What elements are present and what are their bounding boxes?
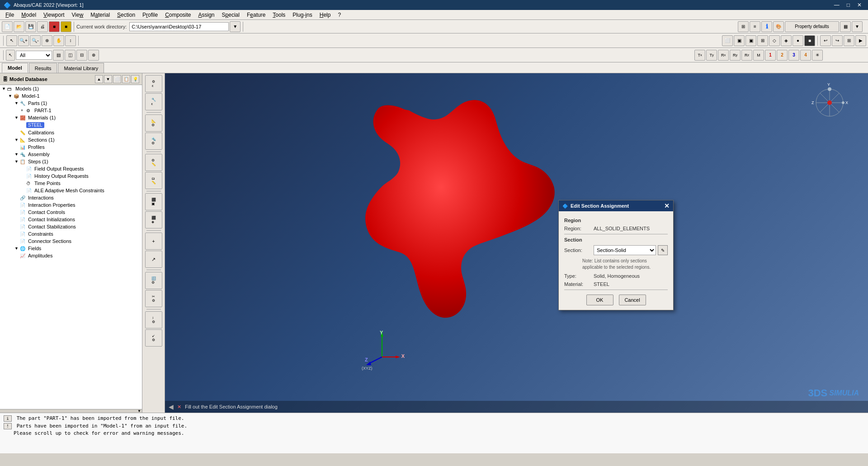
m-btn[interactable]: M bbox=[753, 50, 764, 61]
ltb-btn10[interactable]: ↗ bbox=[145, 251, 162, 268]
ltb-btn7[interactable]: ⬛▣ bbox=[145, 193, 162, 210]
tree-models[interactable]: ▼ 🗃 Models (1) bbox=[0, 85, 142, 92]
filter-btn[interactable]: ▤ bbox=[53, 50, 64, 61]
snap-btn[interactable]: ⊞ bbox=[844, 35, 854, 46]
ok-button[interactable]: OK bbox=[586, 295, 613, 305]
cursor-btn[interactable]: ↖ bbox=[6, 35, 17, 46]
tree-ale[interactable]: 📄 ALE Adaptive Mesh Constraints bbox=[0, 187, 142, 194]
filter2-btn[interactable]: ◫ bbox=[65, 50, 75, 61]
red-btn[interactable]: ■ bbox=[49, 21, 60, 32]
wire-btn[interactable]: ◇ bbox=[769, 35, 780, 46]
iso-view-btn[interactable]: ⬜ bbox=[722, 35, 733, 46]
front-view-btn[interactable]: ▣ bbox=[745, 35, 756, 46]
db-down-btn[interactable]: ▼ bbox=[104, 75, 112, 83]
status-stop-btn[interactable]: ✕ bbox=[177, 404, 181, 410]
open-btn[interactable]: 📂 bbox=[14, 21, 24, 32]
status-back-btn[interactable]: ◀ bbox=[169, 403, 174, 410]
tab-model[interactable]: Model bbox=[2, 63, 28, 73]
ltb-btn1[interactable]: ⚙ε bbox=[145, 75, 162, 92]
menu-section[interactable]: Section bbox=[113, 11, 139, 19]
menu-profile[interactable]: Profile bbox=[139, 11, 161, 19]
model-db-controls[interactable]: ▲ ▼ ⬜ 📋 💡 bbox=[95, 75, 139, 83]
selection-filter[interactable]: All bbox=[16, 51, 52, 60]
num1-btn[interactable]: 1 bbox=[765, 50, 776, 61]
filter3-btn[interactable]: ⊟ bbox=[76, 50, 87, 61]
shaded-btn[interactable]: ● bbox=[793, 35, 803, 46]
new-btn[interactable]: 📄 bbox=[2, 21, 13, 32]
tree-field-output[interactable]: 📄 Field Output Requests bbox=[0, 165, 142, 172]
zoom-in-btn[interactable]: 🔍+ bbox=[18, 35, 29, 46]
tree-contact-stab[interactable]: 📄 Contact Stabilizations bbox=[0, 223, 142, 230]
tree-contact-controls[interactable]: 📄 Contact Controls bbox=[0, 209, 142, 216]
maximize-button[interactable]: □ bbox=[844, 2, 853, 8]
num2-btn[interactable]: 2 bbox=[777, 50, 788, 61]
menu-view[interactable]: View bbox=[68, 11, 87, 19]
toggle-materials[interactable]: ▼ bbox=[14, 115, 20, 120]
tree-materials[interactable]: ▼ 🧱 Materials (1) bbox=[0, 114, 142, 121]
tree-connector-sections[interactable]: 📄 Connector Sections bbox=[0, 238, 142, 245]
tree-assembly[interactable]: ▼ 🔩 Assembly bbox=[0, 151, 142, 158]
yellow-btn[interactable]: ■ bbox=[61, 21, 71, 32]
ltb-btn11[interactable]: 🔢⚙ bbox=[145, 272, 162, 289]
titlebar-controls[interactable]: — □ ✕ bbox=[831, 2, 864, 8]
toggle-steps[interactable]: ▼ bbox=[14, 159, 20, 164]
ltb-btn3[interactable]: 📐⚙ bbox=[145, 114, 162, 132]
menu-special[interactable]: Special bbox=[218, 11, 243, 19]
num3-btn[interactable]: 3 bbox=[788, 50, 799, 61]
minimize-button[interactable]: — bbox=[831, 2, 842, 8]
color-btn[interactable]: 🎨 bbox=[773, 21, 784, 32]
menu-composite[interactable]: Composite bbox=[161, 11, 194, 19]
section-select[interactable]: Section-Solid bbox=[594, 245, 656, 255]
menu-model[interactable]: Model bbox=[18, 11, 40, 19]
tree-parts[interactable]: ▼ 🔧 Parts (1) bbox=[0, 100, 142, 107]
menu-help[interactable]: Help bbox=[316, 11, 335, 19]
info-btn[interactable]: ℹ bbox=[761, 21, 772, 32]
toggle-part1[interactable]: + bbox=[21, 108, 26, 113]
tree-model1[interactable]: ▼ 📦 Model-1 bbox=[0, 92, 142, 100]
side-view-btn[interactable]: ⊞ bbox=[757, 35, 768, 46]
ltb-btn14[interactable]: ↙⚙ bbox=[145, 329, 162, 347]
cursor2-btn[interactable]: ↖ bbox=[6, 50, 15, 61]
tree-amplitudes[interactable]: 📈 Amplitudes bbox=[0, 252, 142, 259]
ltb-btn2[interactable]: 🔧ε bbox=[145, 93, 162, 110]
toggle-sections[interactable]: ▼ bbox=[14, 138, 20, 142]
hidden-btn[interactable]: ◈ bbox=[781, 35, 792, 46]
menu-file[interactable]: File bbox=[2, 11, 18, 19]
db-copy-btn[interactable]: ⬜ bbox=[113, 75, 121, 83]
zoom-out-btn[interactable]: 🔍- bbox=[30, 35, 41, 46]
toggle-fields[interactable]: ▼ bbox=[14, 246, 20, 251]
tree-sections[interactable]: ▼ 📐 Sections (1) bbox=[0, 136, 142, 143]
ltb-btn9[interactable]: + bbox=[145, 233, 162, 250]
print-btn[interactable]: 🖨 bbox=[37, 21, 48, 32]
tree-profiles[interactable]: 📊 Profiles bbox=[0, 143, 142, 151]
num4-btn[interactable]: 4 bbox=[800, 50, 811, 61]
tab-results[interactable]: Results bbox=[29, 63, 57, 73]
tree-steel[interactable]: STEEL bbox=[0, 121, 142, 129]
ltb-btn8[interactable]: ⬛◈ bbox=[145, 211, 162, 228]
tree-steps[interactable]: ▼ 📋 Steps (1) bbox=[0, 158, 142, 165]
tab-material-library[interactable]: Material Library bbox=[58, 63, 104, 73]
tree-history-output[interactable]: 📄 History Output Requests bbox=[0, 172, 142, 180]
ltb-btn5[interactable]: ⚙📏 bbox=[145, 154, 162, 171]
dialog-close-button[interactable]: ✕ bbox=[664, 202, 670, 209]
more2-btn[interactable]: ▶ bbox=[855, 35, 866, 46]
star-btn[interactable]: ✳ bbox=[812, 50, 823, 61]
cwd-input[interactable] bbox=[129, 22, 229, 31]
menu-material[interactable]: Material bbox=[87, 11, 113, 19]
zoom-all-btn[interactable]: ⊕ bbox=[42, 35, 52, 46]
ltb-btn4[interactable]: 🔩⚙ bbox=[145, 133, 162, 150]
cancel-button[interactable]: Cancel bbox=[619, 295, 646, 305]
ltb-btn6[interactable]: 🗂📏 bbox=[145, 172, 162, 189]
menu-question[interactable]: ? bbox=[334, 11, 344, 19]
rx-btn[interactable]: Ry bbox=[730, 50, 741, 61]
tree-part1[interactable]: + ⚙ PART-1 bbox=[0, 107, 142, 114]
tree-interactions[interactable]: 🔗 Interactions bbox=[0, 194, 142, 201]
menu-tools[interactable]: Tools bbox=[269, 11, 289, 19]
db-light-btn[interactable]: 💡 bbox=[131, 75, 139, 83]
tree-constraints[interactable]: 📄 Constraints bbox=[0, 230, 142, 238]
top-view-btn[interactable]: ▣ bbox=[734, 35, 745, 46]
ry-btn[interactable]: Rz bbox=[741, 50, 752, 61]
menu-plugins[interactable]: Plug-ins bbox=[289, 11, 316, 19]
tree-calibrations[interactable]: 📏 Calibrations bbox=[0, 129, 142, 136]
tree-fields[interactable]: ▼ 🌐 Fields bbox=[0, 245, 142, 252]
